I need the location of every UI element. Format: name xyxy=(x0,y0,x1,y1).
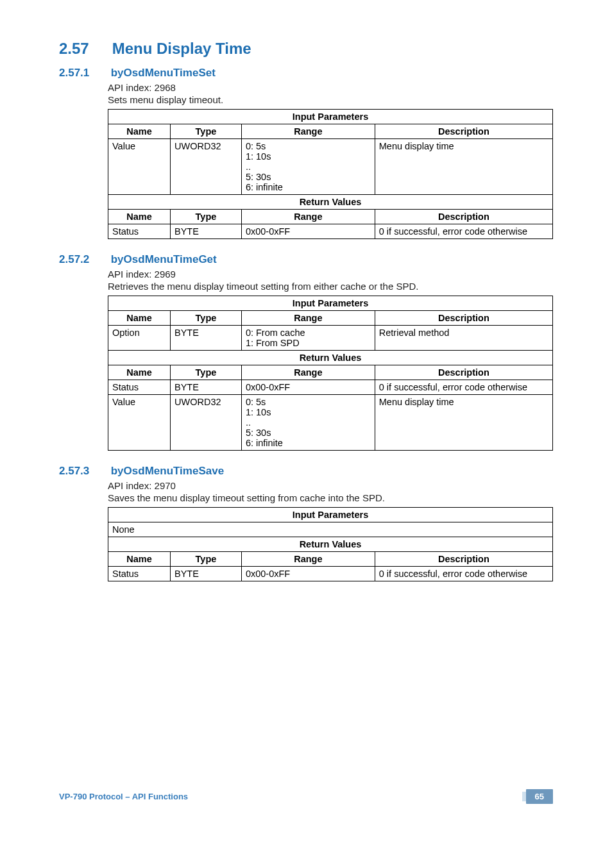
range-line: 6: infinite xyxy=(246,438,371,448)
subsection-body: API index: 2969 Retrieves the menu displ… xyxy=(108,269,553,451)
subsection-description: Sets menu display timeout. xyxy=(108,94,553,105)
parameters-table: Input Parameters None Return Values Name… xyxy=(108,507,553,581)
footer-left-text: VP-790 Protocol – API Functions xyxy=(59,792,188,801)
table-row: Option BYTE 0: From cache 1: From SPD Re… xyxy=(108,326,553,351)
api-index-line: API index: 2968 xyxy=(108,82,553,93)
range-line: 0: 5s xyxy=(246,397,371,407)
subsection-number: 2.57.2 xyxy=(59,253,108,266)
range-line: 1: From SPD xyxy=(246,338,371,348)
cell-type: BYTE xyxy=(171,326,242,351)
page-footer: VP-790 Protocol – API Functions 65 xyxy=(59,792,553,801)
subsection-block: 2.57.1 byOsdMenuTimeSet API index: 2968 … xyxy=(59,67,553,239)
cell-name: Status xyxy=(108,380,171,395)
cell-range: 0: From cache 1: From SPD xyxy=(241,326,375,351)
range-line: 6: infinite xyxy=(246,182,371,192)
cell-description: Menu display time xyxy=(375,395,552,451)
cell-name: Value xyxy=(108,139,171,195)
cell-description: 0 if successful, error code otherwise xyxy=(375,380,552,395)
range-line: 1: 10s xyxy=(246,151,371,162)
input-parameters-header: Input Parameters xyxy=(108,296,553,311)
footer-page-wrap: 65 xyxy=(526,792,553,801)
subsection-number: 2.57.1 xyxy=(59,67,108,79)
subsection-title-text: byOsdMenuTimeSave xyxy=(111,465,224,477)
subsection-heading: 2.57.2 byOsdMenuTimeGet xyxy=(59,253,553,266)
cell-name: Status xyxy=(108,567,171,581)
subsection-block: 2.57.2 byOsdMenuTimeGet API index: 2969 … xyxy=(59,253,553,451)
table-row: Status BYTE 0x00-0xFF 0 if successful, e… xyxy=(108,224,553,239)
table-row: None xyxy=(108,522,553,537)
cell-description: Retrieval method xyxy=(375,326,552,351)
subsection-heading: 2.57.1 byOsdMenuTimeSet xyxy=(59,67,553,79)
parameters-table: Input Parameters Name Type Range Descrip… xyxy=(108,296,553,451)
table-row: Value UWORD32 0: 5s 1: 10s .. 5: 30s 6: … xyxy=(108,395,553,451)
range-line: 0: From cache xyxy=(246,328,371,338)
table-row: Return Values xyxy=(108,351,553,365)
cell-type: BYTE xyxy=(171,567,242,581)
cell-name: Option xyxy=(108,326,171,351)
cell-type: UWORD32 xyxy=(171,395,242,451)
table-row: Return Values xyxy=(108,195,553,210)
subsection-description: Retrieves the menu display timeout setti… xyxy=(108,281,553,292)
table-row: Name Type Range Description xyxy=(108,210,553,224)
col-header-range: Range xyxy=(241,311,375,326)
subsection-title-text: byOsdMenuTimeGet xyxy=(111,253,217,265)
cell-type: UWORD32 xyxy=(171,139,242,195)
input-parameters-header: Input Parameters xyxy=(108,110,553,124)
subsection-body: API index: 2970 Saves the menu display t… xyxy=(108,480,553,581)
range-line: 5: 30s xyxy=(246,172,371,182)
col-header-name: Name xyxy=(108,552,171,567)
col-header-range: Range xyxy=(241,365,375,380)
col-header-description: Description xyxy=(375,210,552,224)
col-header-name: Name xyxy=(108,124,171,139)
parameters-table: Input Parameters Name Type Range Descrip… xyxy=(108,109,553,239)
api-index-line: API index: 2970 xyxy=(108,480,553,491)
subsection-body: API index: 2968 Sets menu display timeou… xyxy=(108,82,553,239)
table-row: Name Type Range Description xyxy=(108,124,553,139)
range-line: .. xyxy=(246,162,371,172)
subsection-number: 2.57.3 xyxy=(59,465,108,478)
col-header-range: Range xyxy=(241,552,375,567)
cell-description: Menu display time xyxy=(375,139,552,195)
api-index-line: API index: 2969 xyxy=(108,269,553,280)
table-row: Status BYTE 0x00-0xFF 0 if successful, e… xyxy=(108,567,553,581)
col-header-range: Range xyxy=(241,210,375,224)
col-header-name: Name xyxy=(108,311,171,326)
col-header-type: Type xyxy=(171,124,242,139)
col-header-type: Type xyxy=(171,210,242,224)
cell-range: 0: 5s 1: 10s .. 5: 30s 6: infinite xyxy=(241,139,375,195)
cell-name: Value xyxy=(108,395,171,451)
table-row: Name Type Range Description xyxy=(108,365,553,380)
cell-type: BYTE xyxy=(171,224,242,239)
subsection-block: 2.57.3 byOsdMenuTimeSave API index: 2970… xyxy=(59,465,553,581)
col-header-type: Type xyxy=(171,311,242,326)
table-row: Status BYTE 0x00-0xFF 0 if successful, e… xyxy=(108,380,553,395)
cell-range: 0x00-0xFF xyxy=(241,224,375,239)
range-line: 1: 10s xyxy=(246,407,371,417)
section-title-text: Menu Display Time xyxy=(112,40,251,57)
range-line: 5: 30s xyxy=(246,428,371,438)
col-header-range: Range xyxy=(241,124,375,139)
return-values-header: Return Values xyxy=(108,351,553,365)
section-number: 2.57 xyxy=(59,40,108,58)
return-values-header: Return Values xyxy=(108,195,553,210)
cell-range: 0: 5s 1: 10s .. 5: 30s 6: infinite xyxy=(241,395,375,451)
col-header-name: Name xyxy=(108,210,171,224)
section-heading: 2.57 Menu Display Time xyxy=(59,40,553,58)
cell-name: Status xyxy=(108,224,171,239)
cell-description: 0 if successful, error code otherwise xyxy=(375,567,552,581)
range-line: .. xyxy=(246,417,371,428)
return-values-header: Return Values xyxy=(108,537,553,552)
cell-none: None xyxy=(108,522,553,537)
table-row: Name Type Range Description xyxy=(108,552,553,567)
col-header-description: Description xyxy=(375,552,552,567)
document-page: 2.57 Menu Display Time 2.57.1 byOsdMenuT… xyxy=(0,0,612,821)
footer-page-number: 65 xyxy=(526,789,553,804)
cell-type: BYTE xyxy=(171,380,242,395)
table-row: Return Values xyxy=(108,537,553,552)
table-row: Name Type Range Description xyxy=(108,311,553,326)
cell-description: 0 if successful, error code otherwise xyxy=(375,224,552,239)
input-parameters-header: Input Parameters xyxy=(108,508,553,522)
table-row: Input Parameters xyxy=(108,508,553,522)
table-row: Input Parameters xyxy=(108,296,553,311)
col-header-description: Description xyxy=(375,124,552,139)
